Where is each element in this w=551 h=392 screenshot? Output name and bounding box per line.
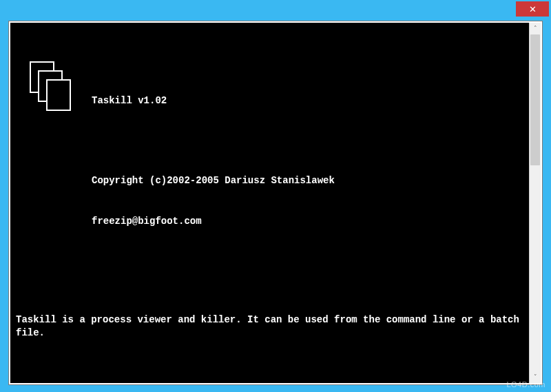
content-frame: Taskill v1.02 Copyright (c)2002-2005 Dar… <box>8 21 543 385</box>
header-text: Taskill v1.02 Copyright (c)2002-2005 Dar… <box>92 61 335 256</box>
watermark: LO4D.com <box>506 380 545 389</box>
scroll-track[interactable] <box>530 34 541 371</box>
email-line: freezip@bigfoot.com <box>92 215 335 228</box>
titlebar: ✕ <box>0 1 551 21</box>
app-logo-icon <box>30 61 79 119</box>
copyright-line: Copyright (c)2002-2005 Dariusz Stanislaw… <box>92 174 335 187</box>
window-frame: ✕ Taskill v1.02 Copyright (c)2002-2005 D… <box>0 0 551 392</box>
scroll-thumb[interactable] <box>530 34 540 165</box>
close-button[interactable]: ✕ <box>516 1 549 17</box>
app-title: Taskill v1.02 <box>92 94 335 107</box>
intro-paragraph: Taskill is a process viewer and killer. … <box>16 313 523 340</box>
console-output: Taskill v1.02 Copyright (c)2002-2005 Dar… <box>10 23 529 383</box>
header-section: Taskill v1.02 Copyright (c)2002-2005 Dar… <box>16 61 523 256</box>
svg-rect-2 <box>47 80 70 110</box>
vertical-scrollbar[interactable]: ˄ ˅ <box>529 23 541 383</box>
scroll-up-arrow-icon[interactable]: ˄ <box>530 23 541 34</box>
close-icon: ✕ <box>529 4 537 14</box>
